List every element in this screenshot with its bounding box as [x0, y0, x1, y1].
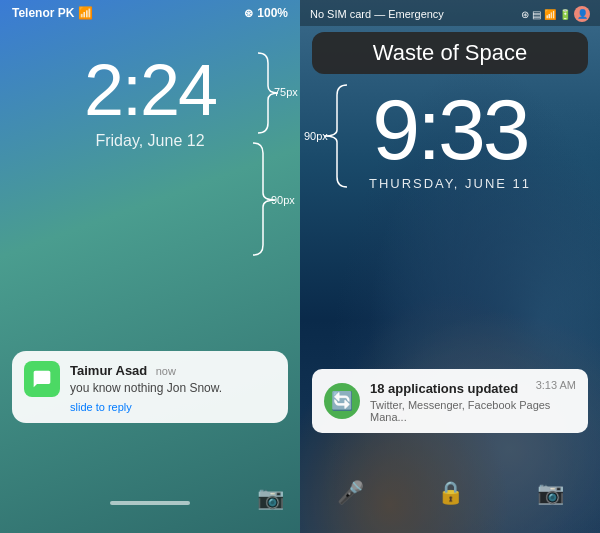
right-phone: No SIM card — Emergency ⊛ ▤ 📶 🔋 👤 Waste …	[300, 0, 600, 533]
battery-label: 100%	[257, 6, 288, 20]
left-status-left: Telenor PK 📶	[12, 6, 93, 20]
carrier-label: Telenor PK	[12, 6, 74, 20]
left-notif-content: Taimur Asad now you know nothing Jon Sno…	[70, 361, 276, 413]
left-status-bar: Telenor PK 📶 ⊛ 100%	[0, 0, 300, 24]
message-app-icon	[24, 361, 60, 397]
right-notif-content: 18 applications updated 3:13 AM Twitter,…	[370, 379, 576, 423]
mic-button[interactable]: 🎤	[337, 480, 364, 506]
left-bottom-bar	[0, 501, 300, 513]
wifi-icon: 📶	[78, 6, 93, 20]
home-indicator[interactable]	[110, 501, 190, 505]
wifi-icon-right: 📶	[544, 9, 556, 20]
notif-sender-row: Taimur Asad now	[70, 361, 276, 379]
right-status-icons: ⊛ ▤ 📶 🔋 👤	[521, 6, 590, 22]
user-icon-right: 👤	[574, 6, 590, 22]
left-status-right: ⊛ 100%	[244, 6, 288, 20]
store-glyph: 🔄	[331, 390, 353, 412]
bluetooth-icon: ⊛	[244, 7, 253, 20]
right-notif-header: 18 applications updated 3:13 AM	[370, 379, 576, 397]
right-notif-body: Twitter, Messenger, Facebook Pages Mana.…	[370, 399, 576, 423]
sim-status: No SIM card — Emergency	[310, 8, 444, 20]
right-notification[interactable]: 🔄 18 applications updated 3:13 AM Twitte…	[312, 369, 588, 433]
left-date: Friday, June 12	[95, 132, 204, 150]
left-clock: 2:24	[84, 54, 216, 126]
notif-reply[interactable]: slide to reply	[70, 401, 276, 413]
notif-time: now	[156, 365, 176, 377]
right-notif-time: 3:13 AM	[536, 379, 576, 391]
right-notif-title: 18 applications updated	[370, 381, 518, 396]
brace-90-svg: 90px	[233, 138, 298, 258]
svg-text:90px: 90px	[271, 194, 295, 206]
signal-icon-right: ▤	[532, 9, 541, 20]
notif-sender: Taimur Asad	[70, 363, 147, 378]
brace-90-right-svg: 90px	[302, 80, 372, 190]
lock-button[interactable]: 🔒	[437, 480, 464, 506]
waste-of-space-label: Waste of Space	[373, 40, 527, 65]
notif-message: you know nothing Jon Snow.	[70, 381, 276, 397]
play-store-icon: 🔄	[324, 383, 360, 419]
right-date: THURSDAY, JUNE 11	[369, 176, 531, 191]
right-bottom-bar: 🎤 🔒 📷	[300, 453, 600, 533]
message-icon	[32, 369, 52, 389]
left-time-block: 2:24 Friday, June 12	[0, 54, 300, 150]
svg-text:90px: 90px	[304, 130, 328, 142]
left-phone: Telenor PK 📶 ⊛ 100% 2:24 Friday, June 12…	[0, 0, 300, 533]
bluetooth-icon-right: ⊛	[521, 9, 529, 20]
right-clock: 9:33	[372, 86, 527, 172]
battery-icon-right: 🔋	[559, 9, 571, 20]
camera-button-right[interactable]: 📷	[537, 480, 564, 506]
left-notification[interactable]: Taimur Asad now you know nothing Jon Sno…	[12, 351, 288, 423]
right-status-bar: No SIM card — Emergency ⊛ ▤ 📶 🔋 👤	[300, 0, 600, 26]
waste-of-space-notification[interactable]: Waste of Space	[312, 32, 588, 74]
